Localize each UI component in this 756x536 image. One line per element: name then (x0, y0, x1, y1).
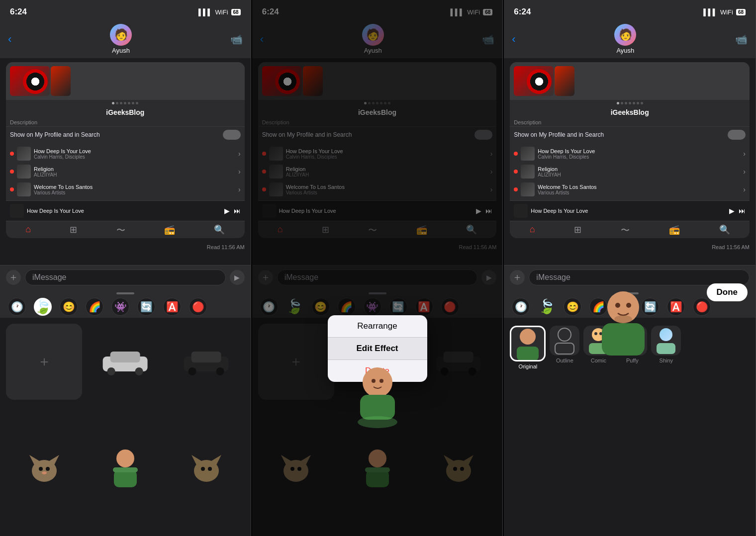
emoji-app-btn-1[interactable]: 😊 (60, 298, 78, 316)
toggle-label-1: Show on My Profile and in Search (10, 131, 100, 138)
back-button-1[interactable]: ‹ (8, 33, 11, 46)
recent-app-btn-3[interactable]: 🕐 (512, 298, 530, 316)
song-more-3-1[interactable]: › (743, 168, 746, 176)
leaf-icon-3: 🍃 (538, 298, 556, 315)
music-tab-radio-3[interactable]: 📻 (669, 224, 680, 236)
song-info-0: How Deep Is Your Love Calvin Harris, Dis… (34, 148, 235, 160)
effect-option-original[interactable]: Original (510, 326, 546, 369)
effect-label-outline: Outline (556, 357, 573, 363)
dark-car-sticker-cell-1[interactable] (168, 324, 244, 400)
song-more-3-2[interactable]: › (743, 185, 746, 193)
toggle-switch-1[interactable] (223, 130, 241, 140)
song-row-3-0[interactable]: How Deep Is Your Love Calvin Harris, Dis… (510, 145, 750, 163)
car-sticker-cell-1[interactable] (87, 324, 163, 400)
forward-btn-1[interactable]: ⏭ (234, 207, 241, 215)
forward-btn-3[interactable]: ⏭ (739, 207, 746, 215)
song-info-3-1: Religion ALIZIIYAH (538, 166, 740, 178)
read-time-1: Read 11:56 AM (0, 242, 251, 252)
svg-rect-59 (657, 343, 675, 354)
card-desc-1: Description (6, 118, 245, 126)
dot-5 (128, 102, 130, 104)
read-time-3: Read 11:56 AM (504, 242, 756, 252)
song-thumb-0 (17, 147, 31, 161)
recent-app-btn-1[interactable]: 🕐 (8, 298, 26, 316)
music-tab-home-1[interactable]: ⌂ (25, 224, 31, 236)
refresh-app-btn-1[interactable]: 🔄 (137, 298, 155, 316)
music-tab-wave-3[interactable]: 〜 (621, 224, 630, 236)
svg-point-43 (363, 367, 392, 397)
cat2-svg-1 (189, 450, 224, 485)
np-thumb-1 (10, 204, 24, 218)
now-playing-1: How Deep Is Your Love ▶ ⏭ (6, 200, 245, 221)
game-app-btn-1[interactable]: 👾 (111, 298, 129, 316)
song-row-3-2[interactable]: Welcome To Los Santos Various Artists › (510, 180, 750, 198)
signal-icon-1: ▌▌▌ (198, 8, 212, 16)
back-button-3[interactable]: ‹ (512, 33, 515, 46)
effect-option-outline[interactable]: Outline (550, 326, 579, 369)
effect-option-shiny[interactable]: Shiny (651, 326, 681, 369)
svg-point-62 (615, 303, 620, 308)
rainbow-app-btn-1[interactable]: 🌈 (86, 298, 103, 316)
dot-3-3 (625, 102, 627, 104)
add-button-3[interactable]: ＋ (510, 270, 525, 285)
done-button-3[interactable]: Done (707, 283, 748, 301)
play-btn-3[interactable]: ▶ (729, 207, 735, 215)
video-button-3[interactable]: 📹 (735, 33, 748, 45)
chat-content-3: iGeeksBlog Description Show on My Profil… (504, 58, 756, 265)
np-controls-1[interactable]: ▶ ⏭ (224, 207, 241, 215)
svg-point-14 (116, 449, 134, 467)
video-button-1[interactable]: 📹 (230, 33, 243, 45)
song-more-2[interactable]: › (238, 185, 241, 193)
song-row-0[interactable]: How Deep Is Your Love Calvin Harris, Dis… (6, 145, 245, 163)
song-title-1: Religion (34, 166, 235, 172)
song-more-3-0[interactable]: › (743, 150, 746, 158)
nav-center-3[interactable]: 🧑 Ayush (614, 24, 636, 54)
chat-content-1: iGeeksBlog Description Show on My Profil… (0, 58, 251, 265)
context-rearrange-2[interactable]: Rearrange (328, 315, 427, 338)
song-row-2[interactable]: Welcome To Los Santos Various Artists › (6, 180, 245, 198)
alpha-app-btn-3[interactable]: 🅰️ (667, 298, 685, 316)
dot-3-1 (617, 102, 619, 104)
person-sticker-cell-1[interactable] (87, 429, 163, 505)
leaf-app-btn-3[interactable]: 🍃 (538, 298, 556, 316)
music-tab-wave-1[interactable]: 〜 (116, 224, 125, 236)
np-controls-3[interactable]: ▶ ⏭ (729, 207, 746, 215)
message-field-1[interactable]: iMessage (25, 269, 226, 285)
more-icon-1: 🔴 (192, 301, 204, 313)
song-dot-3-2 (514, 187, 518, 191)
emoji-icon-1: 😊 (63, 301, 75, 313)
toggle-switch-3[interactable] (728, 130, 746, 140)
message-input-area-1: ＋ iMessage ▶ (0, 265, 251, 289)
dot-1 (112, 102, 114, 104)
song-more-1[interactable]: › (238, 168, 241, 176)
song-more-0[interactable]: › (238, 150, 241, 158)
song-row-1[interactable]: Religion ALIZIIYAH › (6, 163, 245, 180)
add-button-1[interactable]: ＋ (6, 270, 21, 285)
more-app-btn-1[interactable]: 🔴 (189, 298, 207, 316)
nav-center-1[interactable]: 🧑 Ayush (110, 24, 132, 54)
music-tab-search-3[interactable]: 🔍 (719, 224, 730, 236)
cat2-sticker-cell-1[interactable] (168, 429, 244, 505)
music-tab-home-3[interactable]: ⌂ (530, 224, 535, 236)
play-btn-1[interactable]: ▶ (224, 207, 230, 215)
add-sticker-btn-1[interactable]: ＋ (6, 324, 82, 400)
more-app-btn-3[interactable]: 🔴 (693, 298, 711, 316)
avatar-1: 🧑 (110, 24, 132, 46)
music-tab-radio-1[interactable]: 📻 (164, 224, 175, 236)
song-row-3-1[interactable]: Religion ALIZIIYAH › (510, 163, 750, 180)
song-title-3-0: How Deep Is Your Love (538, 148, 740, 154)
cat-sticker-cell-1[interactable] (6, 429, 82, 505)
music-tab-grid-1[interactable]: ⊞ (70, 224, 77, 236)
status-bar-3: 6:24 ▌▌▌ WiFi 68 (504, 0, 756, 22)
message-field-3[interactable]: iMessage (529, 269, 750, 285)
emoji-app-btn-3[interactable]: 😊 (564, 298, 581, 316)
leaf-app-btn-1[interactable]: 🍃 (34, 298, 52, 316)
music-tab-search-1[interactable]: 🔍 (214, 224, 225, 236)
alpha-app-btn-1[interactable]: 🅰️ (163, 298, 181, 316)
sticker-tray-handle-1 (0, 289, 251, 296)
send-area-1[interactable]: ▶ (230, 270, 245, 285)
handle-pill-1 (116, 292, 134, 294)
album-thumb-3 (514, 66, 554, 96)
context-edit-effect-2[interactable]: Edit Effect (328, 338, 427, 360)
music-tab-grid-3[interactable]: ⊞ (574, 224, 581, 236)
